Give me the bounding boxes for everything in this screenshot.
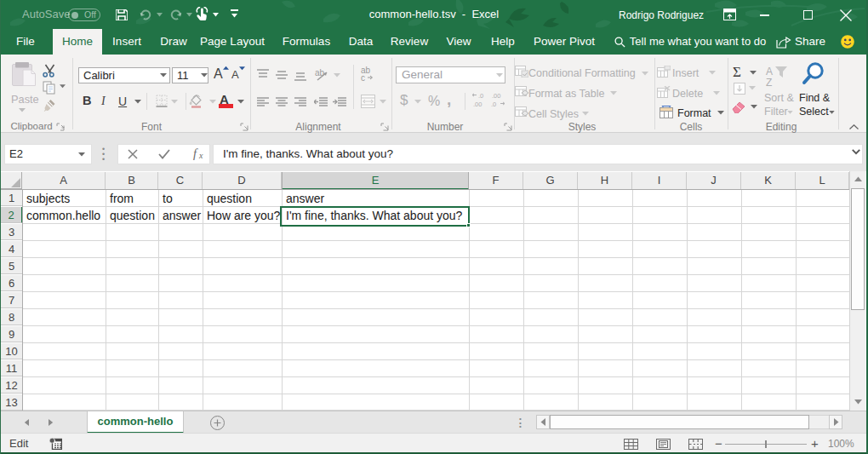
svg-text:.0: .0 <box>491 101 496 108</box>
svg-text:.00: .00 <box>473 101 482 108</box>
svg-text:.0: .0 <box>478 92 483 100</box>
svg-text:.00: .00 <box>492 92 500 100</box>
svg-text:c: c <box>361 73 365 82</box>
